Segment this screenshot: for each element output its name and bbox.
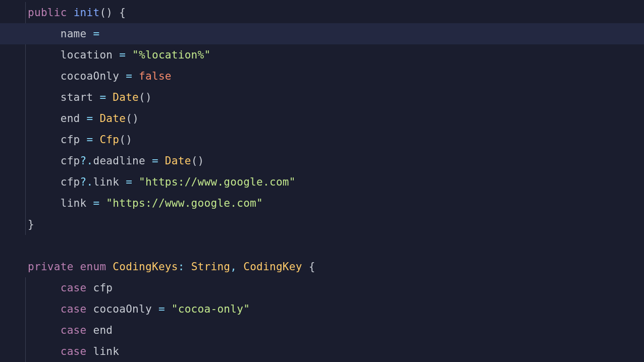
optional-chain: ?.	[80, 155, 93, 167]
keyword-enum: enum	[80, 261, 106, 273]
type-name: Date	[99, 112, 126, 125]
string-literal: "https://www.google.com"	[106, 197, 263, 209]
operator: =	[87, 197, 106, 209]
code-line-empty[interactable]	[28, 235, 644, 256]
colon: :	[178, 261, 191, 273]
type-name: CodingKey	[243, 261, 302, 273]
code-line[interactable]: start = Date()	[28, 87, 644, 108]
indent-guide	[25, 277, 26, 362]
keyword-case: case	[61, 324, 87, 336]
type-name: String	[191, 261, 231, 273]
code-line[interactable]: case link	[28, 341, 644, 362]
optional-chain: ?.	[80, 176, 93, 188]
keyword-case: case	[61, 282, 87, 294]
identifier: end	[87, 324, 113, 336]
keyword-case: case	[61, 345, 87, 357]
brace: {	[113, 7, 126, 19]
type-name: CodingKeys	[113, 261, 178, 273]
code-line[interactable]: location = "%location%"	[28, 44, 644, 66]
keyword-case: case	[61, 303, 87, 315]
string-literal: "cocoa-only"	[172, 303, 250, 315]
boolean-literal: false	[139, 70, 172, 82]
space	[106, 261, 113, 273]
space	[74, 261, 80, 273]
code-area[interactable]: public init() { name = location = "%loca…	[28, 2, 644, 362]
code-line[interactable]: case end	[28, 320, 644, 341]
operator: =	[93, 91, 113, 103]
property: cfp	[61, 134, 80, 146]
code-line[interactable]: cocoaOnly = false	[28, 66, 644, 87]
property: location	[61, 49, 113, 61]
keyword-private: private	[28, 261, 74, 273]
function-name: init	[74, 7, 100, 19]
parens: ()	[119, 134, 132, 146]
code-line[interactable]: end = Date()	[28, 108, 644, 129]
identifier: cocoaOnly	[87, 303, 152, 315]
property: start	[61, 91, 93, 103]
property: end	[61, 112, 80, 125]
identifier: link	[87, 345, 120, 357]
property: cfp	[61, 155, 80, 167]
type-name: Cfp	[99, 134, 119, 146]
operator: =	[80, 112, 100, 125]
property: link	[93, 176, 119, 188]
code-line[interactable]: case cfp	[28, 277, 644, 298]
type-name: Date	[113, 91, 139, 103]
operator: =	[145, 155, 165, 167]
operator: =	[119, 70, 139, 82]
operator: =	[87, 28, 106, 40]
code-line[interactable]: case cocoaOnly = "cocoa-only"	[28, 298, 644, 320]
space	[67, 7, 74, 19]
property: deadline	[93, 155, 145, 167]
parens: ()	[191, 155, 204, 167]
code-line[interactable]: cfp?.deadline = Date()	[28, 150, 644, 171]
parens: ()	[99, 7, 113, 19]
brace: {	[302, 261, 315, 273]
operator: =	[152, 303, 172, 315]
operator: =	[119, 176, 139, 188]
code-line[interactable]: link = "https://www.google.com"	[28, 193, 644, 214]
string-literal: "%location%"	[132, 49, 210, 61]
property: cfp	[61, 176, 80, 188]
operator: =	[113, 49, 132, 61]
comma: ,	[230, 261, 243, 273]
type-name: Date	[165, 155, 191, 167]
property: name	[61, 28, 87, 40]
string-literal: "https://www.google.com"	[139, 176, 296, 188]
keyword-public: public	[28, 7, 67, 19]
code-line[interactable]: cfp?.link = "https://www.google.com"	[28, 171, 644, 193]
code-line[interactable]: cfp = Cfp()	[28, 129, 644, 150]
code-line[interactable]: }	[28, 214, 644, 235]
operator: =	[80, 134, 100, 146]
parens: ()	[139, 91, 152, 103]
code-line[interactable]: private enum CodingKeys: String, CodingK…	[28, 256, 644, 277]
code-line[interactable]: public init() {	[28, 2, 644, 23]
property: cocoaOnly	[61, 70, 120, 82]
parens: ()	[126, 112, 139, 125]
identifier: cfp	[87, 282, 113, 294]
code-line-active[interactable]: name =	[0, 23, 644, 44]
code-editor[interactable]: public init() { name = location = "%loca…	[0, 0, 644, 362]
brace: }	[28, 218, 34, 230]
property: link	[61, 197, 87, 209]
